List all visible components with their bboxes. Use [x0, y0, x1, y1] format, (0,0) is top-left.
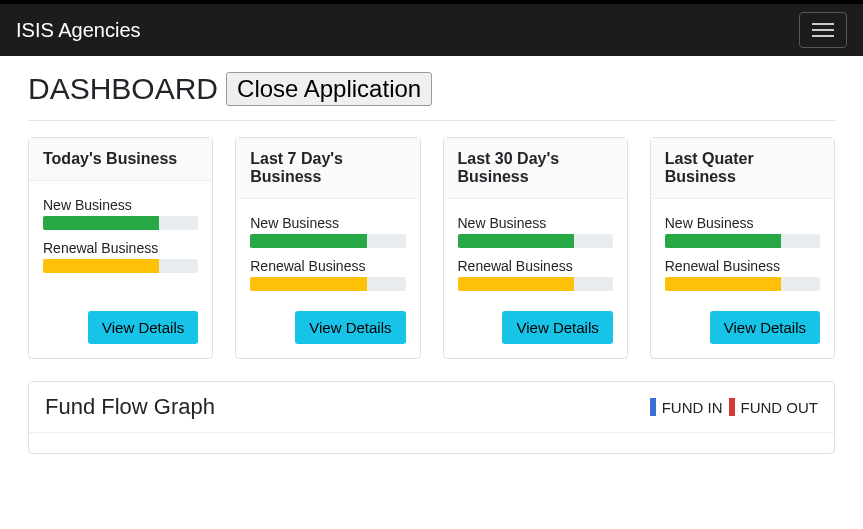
card-footer: View Details: [43, 297, 198, 344]
new-business-bar: [458, 234, 574, 248]
renewal-business-bar: [458, 277, 574, 291]
card-footer: View Details: [458, 297, 613, 344]
fund-flow-title: Fund Flow Graph: [45, 394, 215, 420]
new-business-label: New Business: [458, 215, 613, 231]
page-header: DASHBOARD Close Application: [28, 72, 835, 121]
renewal-business-label: Renewal Business: [250, 258, 405, 274]
renewal-business-bar: [43, 259, 159, 273]
renewal-business-progress: [458, 277, 613, 291]
new-business-progress: [43, 216, 198, 230]
legend-label-fund-out: FUND OUT: [741, 399, 819, 416]
renewal-business-label: Renewal Business: [665, 258, 820, 274]
card-body: New BusinessRenewal BusinessView Details: [651, 199, 834, 358]
close-application-button[interactable]: Close Application: [226, 72, 432, 106]
new-business-label: New Business: [665, 215, 820, 231]
main-container: DASHBOARD Close Application Today's Busi…: [0, 56, 863, 470]
renewal-business-label: Renewal Business: [458, 258, 613, 274]
summary-card: Last 30 Day's BusinessNew BusinessRenewa…: [443, 137, 628, 359]
card-footer: View Details: [250, 297, 405, 344]
renewal-business-bar: [665, 277, 781, 291]
renewal-business-label: Renewal Business: [43, 240, 198, 256]
new-business-bar: [43, 216, 159, 230]
summary-card: Today's BusinessNew BusinessRenewal Busi…: [28, 137, 213, 359]
card-title: Today's Business: [29, 138, 212, 181]
new-business-label: New Business: [43, 197, 198, 213]
view-details-button[interactable]: View Details: [88, 311, 198, 344]
legend-swatch-fund-in: [650, 398, 656, 416]
new-business-bar: [665, 234, 781, 248]
navbar-brand[interactable]: ISIS Agencies: [16, 19, 141, 42]
new-business-bar: [250, 234, 366, 248]
new-business-progress: [665, 234, 820, 248]
view-details-button[interactable]: View Details: [502, 311, 612, 344]
card-footer: View Details: [665, 297, 820, 344]
page-title: DASHBOARD: [28, 72, 218, 106]
card-title: Last 30 Day's Business: [444, 138, 627, 199]
summary-card: Last Quater BusinessNew BusinessRenewal …: [650, 137, 835, 359]
renewal-business-progress: [665, 277, 820, 291]
new-business-progress: [458, 234, 613, 248]
view-details-button[interactable]: View Details: [295, 311, 405, 344]
navbar: ISIS Agencies: [0, 0, 863, 56]
fund-flow-chart-area: [29, 433, 834, 453]
fund-flow-card: Fund Flow Graph FUND IN FUND OUT: [28, 381, 835, 454]
card-body: New BusinessRenewal BusinessView Details: [444, 199, 627, 358]
renewal-business-bar: [250, 277, 366, 291]
legend-label-fund-in: FUND IN: [662, 399, 723, 416]
summary-card: Last 7 Day's BusinessNew BusinessRenewal…: [235, 137, 420, 359]
card-title: Last 7 Day's Business: [236, 138, 419, 199]
new-business-progress: [250, 234, 405, 248]
fund-flow-header: Fund Flow Graph FUND IN FUND OUT: [29, 382, 834, 433]
hamburger-icon: [812, 23, 834, 25]
renewal-business-progress: [43, 259, 198, 273]
legend-swatch-fund-out: [729, 398, 735, 416]
view-details-button[interactable]: View Details: [710, 311, 820, 344]
card-title: Last Quater Business: [651, 138, 834, 199]
renewal-business-progress: [250, 277, 405, 291]
card-body: New BusinessRenewal BusinessView Details: [236, 199, 419, 358]
fund-flow-legend: FUND IN FUND OUT: [650, 398, 818, 416]
new-business-label: New Business: [250, 215, 405, 231]
card-body: New BusinessRenewal BusinessView Details: [29, 181, 212, 358]
summary-cards-row: Today's BusinessNew BusinessRenewal Busi…: [28, 137, 835, 359]
menu-toggle-button[interactable]: [799, 12, 847, 48]
